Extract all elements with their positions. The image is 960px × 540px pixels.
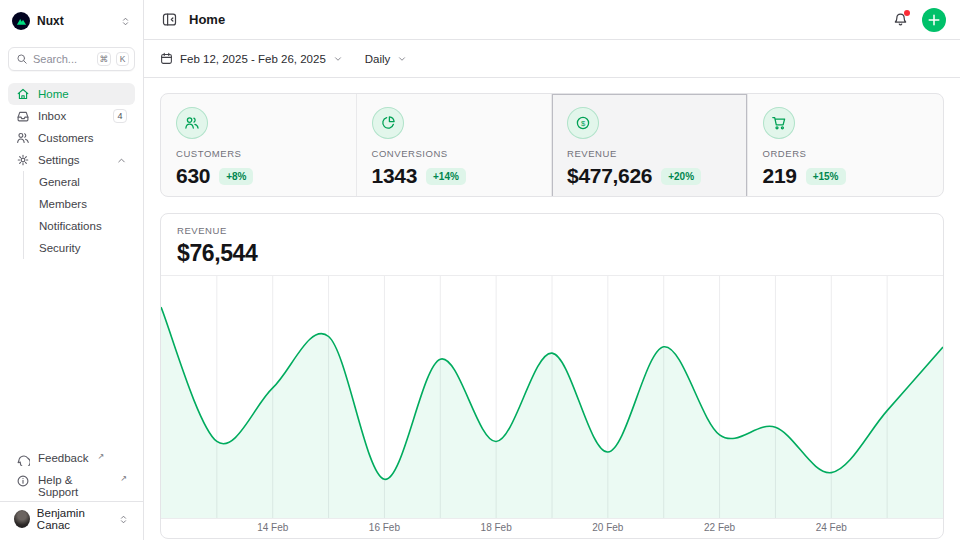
- panel-collapse-icon: [162, 12, 177, 27]
- notification-dot: [904, 10, 910, 16]
- chevron-down-icon: [397, 54, 407, 64]
- sidebar-item-members[interactable]: Members: [24, 193, 135, 215]
- stat-card-orders[interactable]: ORDERS 219 +15%: [748, 94, 944, 197]
- chart-pie-icon: [372, 107, 404, 139]
- sidebar-item-label: Settings: [38, 154, 80, 166]
- arrow-up-right-icon: ↗: [120, 475, 127, 483]
- sidebar-nav: Home Inbox 4 Customers: [8, 83, 135, 259]
- stats-row: CUSTOMERS 630 +8% CONVERSIONS: [160, 93, 944, 197]
- avatar: [14, 510, 30, 528]
- page-header: Home: [144, 0, 960, 40]
- gear-icon: [16, 153, 30, 167]
- stat-value: 1343: [372, 164, 418, 188]
- revenue-chart-plot[interactable]: [161, 275, 943, 519]
- stat-delta-badge: +8%: [219, 168, 253, 185]
- filters-toolbar: Feb 12, 2025 - Feb 26, 2025 Daily: [144, 40, 960, 78]
- stat-label: REVENUE: [567, 148, 732, 159]
- stat-card-revenue[interactable]: $ REVENUE $477,626 +20%: [552, 94, 748, 197]
- dashboard-app: Nuxt ⌘ K Home: [0, 0, 960, 540]
- stat-label: CUSTOMERS: [176, 148, 341, 159]
- sidebar-item-label: Customers: [38, 132, 94, 144]
- stat-delta-badge: +20%: [661, 168, 701, 185]
- stat-card-conversions[interactable]: CONVERSIONS 1343 +14%: [357, 94, 553, 197]
- nuxt-logo-icon: [12, 12, 30, 30]
- interval-value: Daily: [365, 53, 391, 65]
- stat-value: 630: [176, 164, 210, 188]
- kbd-command: ⌘: [97, 52, 112, 66]
- content-area: CUSTOMERS 630 +8% CONVERSIONS: [144, 78, 960, 540]
- chart-metric-value: $76,544: [177, 240, 927, 267]
- users-icon: [16, 131, 30, 145]
- stat-delta-badge: +15%: [806, 168, 846, 185]
- page-title: Home: [189, 12, 225, 27]
- sidebar-item-label: Home: [38, 88, 69, 100]
- date-range-value: Feb 12, 2025 - Feb 26, 2025: [180, 53, 326, 65]
- stat-delta-badge: +14%: [426, 168, 466, 185]
- x-tick-label: 14 Feb: [257, 522, 288, 533]
- arrow-up-right-icon: ↗: [98, 453, 105, 461]
- x-tick-label: 16 Feb: [369, 522, 400, 533]
- sidebar-item-notifications[interactable]: Notifications: [24, 215, 135, 237]
- stat-label: ORDERS: [763, 148, 929, 159]
- inbox-icon: [16, 109, 30, 123]
- stat-value: $477,626: [567, 164, 652, 188]
- sub-item-label: Notifications: [39, 220, 102, 232]
- sidebar-item-general[interactable]: General: [24, 171, 135, 193]
- plus-icon: [928, 14, 940, 26]
- chevron-up-down-icon: [118, 513, 129, 526]
- user-name: Benjamin Canac: [37, 507, 111, 531]
- chart-header: REVENUE $76,544: [161, 214, 943, 275]
- date-range-picker[interactable]: Feb 12, 2025 - Feb 26, 2025: [160, 52, 343, 65]
- sidebar-item-label: Inbox: [38, 110, 66, 122]
- x-tick-label: 24 Feb: [816, 522, 847, 533]
- x-tick-label: 20 Feb: [592, 522, 623, 533]
- search-input[interactable]: [33, 53, 92, 65]
- sidebar-divider: [0, 501, 143, 502]
- search-box[interactable]: ⌘ K: [8, 47, 135, 71]
- x-tick-label: 18 Feb: [481, 522, 512, 533]
- stat-value: 219: [763, 164, 797, 188]
- chart-metric-label: REVENUE: [177, 225, 927, 236]
- chevron-down-icon: [333, 54, 343, 64]
- interval-select[interactable]: Daily: [365, 53, 408, 65]
- revenue-chart-card: REVENUE $76,544 14 Feb16 Feb18 Feb20 Feb…: [160, 213, 944, 539]
- stat-label: CONVERSIONS: [372, 148, 537, 159]
- chevron-up-down-icon: [120, 15, 131, 28]
- feedback-link[interactable]: Feedback ↗: [8, 449, 135, 471]
- footer-link-label: Help & Support: [38, 474, 111, 498]
- calendar-icon: [160, 52, 173, 65]
- house-icon: [16, 87, 30, 101]
- currency-dollar-icon: $: [567, 107, 599, 139]
- search-icon: [16, 53, 28, 65]
- chart-x-axis: 14 Feb16 Feb18 Feb20 Feb22 Feb24 Feb: [161, 519, 943, 538]
- kbd-k: K: [116, 52, 129, 66]
- shopping-cart-icon: [763, 107, 795, 139]
- footer-link-label: Feedback: [38, 452, 89, 464]
- sidebar-item-security[interactable]: Security: [24, 237, 135, 259]
- user-menu[interactable]: Benjamin Canac: [8, 506, 135, 532]
- team-name: Nuxt: [37, 14, 64, 28]
- sidebar-item-home[interactable]: Home: [8, 83, 135, 105]
- inbox-count-badge: 4: [113, 109, 127, 123]
- sidebar: Nuxt ⌘ K Home: [0, 0, 144, 540]
- chevron-up-icon: [116, 155, 127, 166]
- x-tick-label: 22 Feb: [704, 522, 735, 533]
- settings-sub-list: General Members Notifications Security: [23, 171, 135, 259]
- revenue-chart-svg: [161, 276, 943, 518]
- main-panel: Home: [144, 0, 960, 540]
- stat-card-customers[interactable]: CUSTOMERS 630 +8%: [161, 94, 357, 197]
- notifications-button[interactable]: [891, 10, 910, 29]
- help-support-link[interactable]: Help & Support ↗: [8, 471, 135, 493]
- sidebar-item-settings[interactable]: Settings: [8, 149, 135, 171]
- speech-bubble-icon: [16, 452, 30, 466]
- sidebar-collapse-button[interactable]: [160, 10, 179, 29]
- sub-item-label: Members: [39, 198, 87, 210]
- sidebar-item-customers[interactable]: Customers: [8, 127, 135, 149]
- svg-text:$: $: [581, 119, 586, 128]
- team-switcher[interactable]: Nuxt: [8, 10, 135, 32]
- sub-item-label: General: [39, 176, 80, 188]
- sub-item-label: Security: [39, 242, 81, 254]
- users-icon: [176, 107, 208, 139]
- sidebar-item-inbox[interactable]: Inbox 4: [8, 105, 135, 127]
- add-button[interactable]: [922, 8, 946, 32]
